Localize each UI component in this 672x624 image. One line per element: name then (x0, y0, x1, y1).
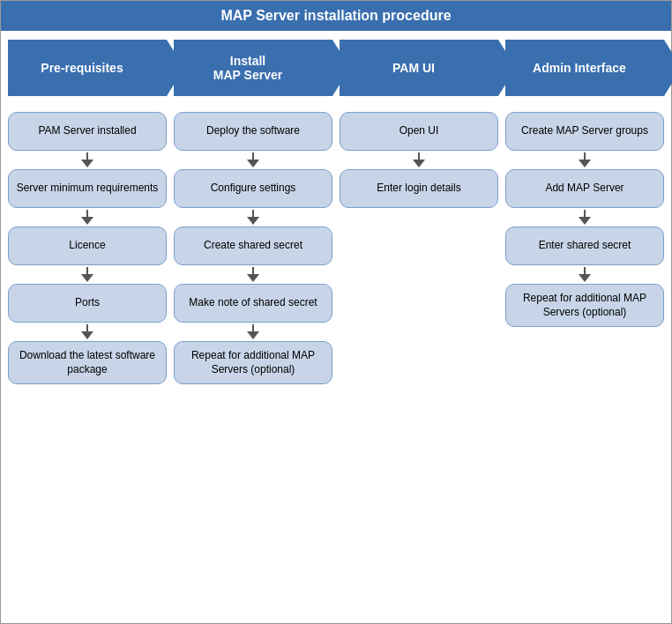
flow-item-2-1: Enter login details (340, 169, 498, 208)
flow-item-1-0: Deploy the software (174, 112, 332, 169)
arrow-connector-1-0 (247, 152, 259, 167)
flow-item-3-2: Enter shared secret (505, 227, 664, 284)
flow-box-0-4: Download the latest software package (8, 341, 167, 384)
arrow-shape-2: PAM UI (340, 40, 498, 96)
flow-box-1-1: Configure settings (174, 169, 332, 208)
arrow-shape-1: Install MAP Server (174, 40, 332, 96)
flow-box-0-0: PAM Server installed (8, 112, 167, 151)
arrow-connector-1-2 (247, 267, 259, 282)
column-2: PAM UIOpen UI Enter login details (340, 40, 498, 616)
arrow-connector-2-0 (413, 152, 425, 167)
page-title: MAP Server installation procedure (1, 1, 671, 31)
arrow-connector-0-0 (81, 152, 93, 167)
flow-box-1-4: Repeat for additional MAP Servers (optio… (174, 341, 332, 384)
flow-box-1-0: Deploy the software (174, 112, 332, 151)
flow-item-1-4: Repeat for additional MAP Servers (optio… (174, 341, 332, 384)
flow-box-2-1: Enter login details (340, 169, 498, 208)
column-1: Install MAP ServerDeploy the software Co… (174, 40, 332, 616)
flow-item-0-1: Server minimum requirements (8, 169, 167, 227)
arrow-connector-3-1 (579, 210, 591, 225)
column-header-2: PAM UI (340, 40, 498, 96)
flow-item-1-3: Make note of shared secret (174, 284, 332, 341)
flow-item-3-0: Create MAP Server groups (505, 112, 664, 169)
arrow-connector-0-3 (81, 324, 93, 339)
flow-item-3-1: Add MAP Server (505, 169, 664, 227)
flow-item-0-2: Licence (8, 227, 167, 284)
arrow-connector-3-0 (579, 152, 591, 167)
arrow-connector-0-1 (81, 210, 93, 225)
arrow-connector-1-3 (247, 324, 259, 339)
flow-box-1-2: Create shared secret (174, 227, 332, 265)
column-header-1: Install MAP Server (174, 40, 332, 96)
arrow-shape-0: Pre-requisites (8, 40, 167, 96)
flow-box-0-1: Server minimum requirements (8, 169, 167, 208)
columns-wrapper: Pre-requisitesPAM Server installed Serve… (1, 31, 671, 623)
arrow-connector-3-2 (579, 267, 591, 282)
flow-box-2-0: Open UI (340, 112, 498, 151)
flow-item-0-4: Download the latest software package (8, 341, 167, 384)
arrow-shape-3: Admin Interface (505, 40, 664, 96)
flow-box-0-2: Licence (8, 227, 167, 265)
flow-item-2-0: Open UI (340, 112, 498, 169)
arrow-connector-0-2 (81, 267, 93, 282)
flow-box-3-2: Enter shared secret (505, 227, 664, 265)
flow-box-3-1: Add MAP Server (505, 169, 664, 208)
column-header-3: Admin Interface (505, 40, 664, 96)
flow-item-1-2: Create shared secret (174, 227, 332, 284)
flow-item-3-3: Repeat for additional MAP Servers (optio… (505, 284, 664, 327)
flow-box-1-3: Make note of shared secret (174, 284, 332, 323)
flow-item-0-0: PAM Server installed (8, 112, 167, 169)
column-3: Admin InterfaceCreate MAP Server groups … (505, 40, 664, 616)
flow-item-1-1: Configure settings (174, 169, 332, 227)
flow-box-3-0: Create MAP Server groups (505, 112, 664, 151)
flow-box-0-3: Ports (8, 284, 167, 323)
column-header-0: Pre-requisites (8, 40, 167, 96)
column-0: Pre-requisitesPAM Server installed Serve… (8, 40, 167, 616)
flow-item-0-3: Ports (8, 284, 167, 341)
page-wrapper: MAP Server installation procedure Pre-re… (0, 0, 672, 624)
flow-box-3-3: Repeat for additional MAP Servers (optio… (505, 284, 664, 327)
arrow-connector-1-1 (247, 210, 259, 225)
